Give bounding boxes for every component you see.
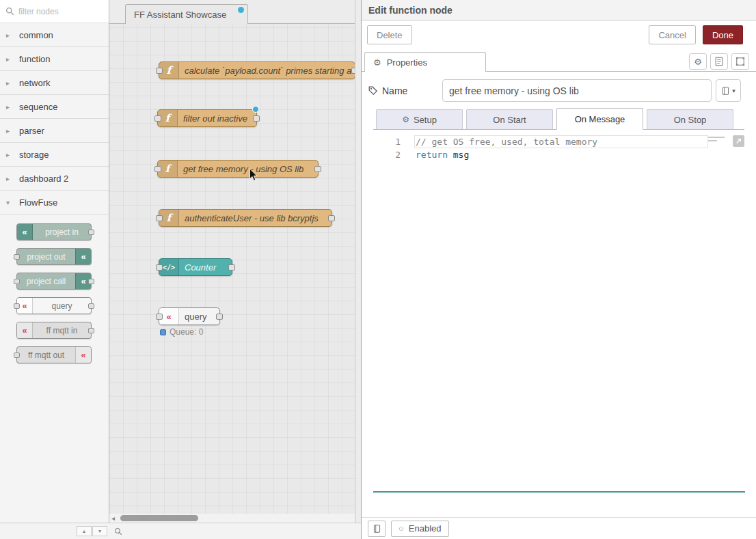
tab-setup[interactable]: ⚙ Setup — [376, 109, 463, 129]
editor-minimap — [708, 137, 726, 143]
cancel-button[interactable]: Cancel — [649, 25, 695, 44]
edit-tray: Edit function node Delete Cancel Done ⚙ … — [361, 0, 756, 539]
book-icon — [373, 524, 381, 534]
chevron-right-icon: ▸ — [6, 79, 13, 87]
palette-category-common[interactable]: ▸ common — [0, 23, 109, 47]
output-port[interactable] — [228, 264, 235, 271]
palette-category-network[interactable]: ▸ network — [0, 71, 109, 95]
palette-collapse-up-button[interactable]: ▴ — [77, 526, 92, 536]
palette-node-label: project in — [33, 227, 91, 237]
output-port[interactable] — [314, 166, 321, 172]
expand-editor-button[interactable] — [733, 135, 744, 147]
name-library-button[interactable]: ▾ — [716, 79, 741, 102]
tab-on-start[interactable]: On Start — [466, 109, 553, 129]
book-icon — [721, 86, 730, 96]
palette-category-flowfuse[interactable]: ▾ FlowFuse — [0, 191, 109, 215]
palette-node-project-out[interactable]: project out « — [16, 248, 92, 265]
collapse-down-icon: ▾ — [98, 528, 101, 534]
input-port[interactable] — [156, 215, 163, 221]
node-function-authenticate-user[interactable]: f authenticateUser - use lib bcryptjs — [159, 209, 332, 227]
code-plain: msg — [448, 150, 469, 160]
output-port — [88, 328, 94, 333]
palette-node-label: project out — [17, 252, 75, 262]
node-settings-button[interactable]: ⚙ — [689, 53, 707, 70]
input-port[interactable] — [156, 264, 163, 271]
palette-category-dashboard-2[interactable]: ▸ dashboard 2 — [0, 167, 109, 191]
node-function-calculate-primes[interactable]: f calculate `payload.count` primes start… — [159, 61, 355, 79]
library-button[interactable] — [368, 521, 386, 537]
name-input[interactable] — [442, 79, 712, 102]
palette-node-project-in[interactable]: « project in — [16, 223, 92, 240]
node-function-get-free-memory[interactable]: f get free memory - using OS lib — [157, 160, 319, 178]
appearance-icon — [735, 57, 745, 66]
output-port[interactable] — [328, 215, 335, 221]
delete-button[interactable]: Delete — [367, 25, 412, 44]
scroll-left-arrow-icon[interactable]: ◂ — [111, 514, 115, 523]
input-port[interactable] — [154, 166, 161, 172]
node-query[interactable]: « query — [159, 307, 220, 325]
palette-node-ff-mqtt-out[interactable]: ff mqtt out « — [16, 346, 92, 363]
enabled-label: Enabled — [409, 523, 442, 534]
tab-on-message[interactable]: On Message — [556, 108, 643, 130]
input-port — [14, 279, 20, 284]
flowfuse-icon: « — [75, 347, 91, 363]
tab-label: On Message — [575, 114, 625, 124]
scrollbar-thumb[interactable] — [120, 515, 198, 521]
palette-node-ff-mqtt-in[interactable]: « ff mqtt in — [16, 322, 92, 339]
node-label: get free memory - using OS lib — [178, 164, 318, 174]
input-port — [14, 303, 20, 309]
node-label: authenticateUser - use lib bcryptjs — [179, 213, 332, 223]
canvas-horizontal-scrollbar[interactable]: ◂ — [109, 514, 361, 523]
enabled-toggle-button[interactable]: ○ Enabled — [391, 521, 449, 537]
workspace-tab-bar: FF Assistant Showcase — [109, 0, 361, 24]
category-label: dashboard 2 — [19, 174, 68, 184]
function-tabs: ⚙ Setup On Start On Message On Stop — [373, 108, 744, 130]
chevron-right-icon: ▸ — [6, 103, 13, 111]
palette-category-parser[interactable]: ▸ parser — [0, 119, 109, 143]
input-port[interactable] — [156, 68, 163, 74]
node-changed-dot — [252, 106, 259, 113]
tray-tab-icons: ⚙ — [689, 53, 749, 70]
tag-icon — [368, 86, 377, 95]
flow-canvas[interactable]: FF Assistant Showcase f calculate `paylo… — [109, 0, 361, 514]
search-icon — [5, 7, 14, 16]
input-port — [14, 254, 20, 260]
zoom-search-button[interactable] — [112, 526, 124, 536]
palette-node-label: ff mqtt in — [33, 326, 91, 335]
palette-filter-input[interactable] — [18, 7, 103, 16]
done-button[interactable]: Done — [703, 25, 743, 44]
category-label: function — [19, 54, 51, 64]
palette-category-function[interactable]: ▸ function — [0, 47, 109, 71]
palette-node-query[interactable]: « query — [16, 297, 92, 314]
output-port[interactable] — [216, 314, 223, 320]
gear-icon: ⚙ — [402, 115, 409, 124]
palette-collapse-down-button[interactable]: ▾ — [92, 526, 107, 536]
editor-line: 1 // get OS free, used, total memory — [373, 135, 745, 148]
tab-properties[interactable]: ⚙ Properties — [364, 52, 486, 72]
node-status: Queue: 0 — [160, 327, 203, 337]
node-template-counter[interactable]: </> Counter — [159, 258, 232, 276]
chevron-right-icon: ▸ — [6, 151, 13, 158]
category-label: network — [19, 78, 51, 88]
node-description-button[interactable] — [710, 53, 728, 70]
input-port — [14, 353, 20, 358]
chevron-down-icon: ▾ — [6, 199, 13, 206]
tab-properties-label: Properties — [387, 57, 427, 68]
output-port — [88, 303, 94, 309]
code-keyword: return — [416, 150, 448, 160]
workspace-tab[interactable]: FF Assistant Showcase — [125, 4, 248, 24]
palette-node-project-call[interactable]: project call « — [16, 273, 92, 290]
palette-category-storage[interactable]: ▸ storage — [0, 143, 109, 167]
output-port — [88, 230, 94, 235]
category-label: sequence — [19, 102, 57, 112]
panel-splitter[interactable] — [355, 0, 361, 523]
palette-category-sequence[interactable]: ▸ sequence — [0, 95, 109, 119]
node-function-filter-out-inactive[interactable]: f filter out inactive — [157, 109, 257, 127]
category-label: parser — [19, 126, 44, 136]
node-appearance-button[interactable] — [731, 53, 749, 70]
code-editor[interactable]: 1 // get OS free, used, total memory 2 r… — [373, 130, 745, 493]
input-port[interactable] — [154, 115, 161, 122]
input-port[interactable] — [156, 314, 163, 320]
output-port[interactable] — [253, 115, 260, 122]
tab-on-stop[interactable]: On Stop — [647, 109, 733, 129]
